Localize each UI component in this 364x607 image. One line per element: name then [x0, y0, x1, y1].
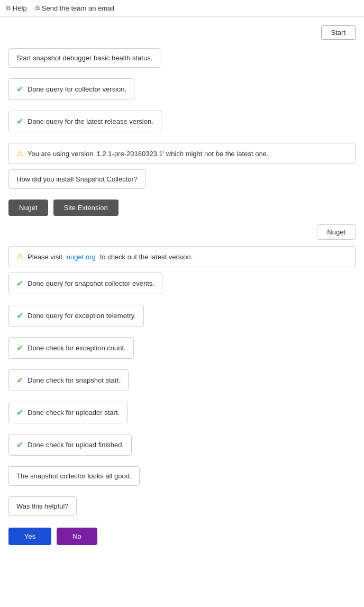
- all-good-box: The snapshot collector looks all good.: [8, 466, 140, 486]
- all-good-row: The snapshot collector looks all good.: [8, 466, 356, 491]
- exception-count-row: ✔ Done check for exception count.: [8, 337, 356, 364]
- snapshot-start-box: ✔ Done check for snapshot start.: [8, 369, 129, 391]
- exception-count-box: ✔ Done check for exception count.: [8, 337, 134, 359]
- warn-icon-version: ⚠: [16, 149, 23, 158]
- helpful-text: Was this helpful?: [16, 502, 69, 510]
- start-btn-container: Start: [8, 25, 356, 40]
- check-icon-exception-count: ✔: [16, 343, 23, 353]
- nuget-org-link[interactable]: nuget.org: [67, 253, 96, 261]
- help-link[interactable]: ⧉ Help: [6, 4, 27, 12]
- install-question-box: How did you install Snapshot Collector?: [8, 169, 145, 189]
- nuget-button[interactable]: Nuget: [8, 200, 48, 216]
- check-icon-uploader-start: ✔: [16, 407, 23, 418]
- check-icon-upload-finished: ✔: [16, 440, 23, 450]
- collector-version-row: ✔ Done query for collector version.: [8, 78, 356, 105]
- external-link-icon: ⧉: [6, 5, 11, 12]
- site-extension-button[interactable]: Site Extension: [53, 200, 119, 216]
- latest-release-row: ✔ Done query for the latest release vers…: [8, 111, 356, 138]
- start-message-row: Start snapshot debugger basic health sta…: [8, 48, 356, 73]
- exception-telemetry-text: Done query for exception telemetry.: [28, 312, 136, 320]
- exception-telemetry-row: ✔ Done query for exception telemetry.: [8, 305, 356, 332]
- uploader-start-box: ✔ Done check for uploader start.: [8, 402, 128, 423]
- main-content: Start Start snapshot debugger basic heal…: [0, 17, 364, 554]
- email-label: Send the team an email: [42, 4, 114, 12]
- exception-count-text: Done check for exception count.: [28, 344, 126, 352]
- start-button[interactable]: Start: [321, 25, 356, 40]
- exception-telemetry-box: ✔ Done query for exception telemetry.: [8, 305, 144, 327]
- start-text: Start snapshot debugger basic health sta…: [16, 54, 152, 62]
- nuget-visit-box: ⚠ Please visit nuget.org to check out th…: [8, 246, 356, 267]
- snapshot-events-box: ✔ Done query for snapshot collector even…: [8, 273, 162, 294]
- upload-finished-row: ✔ Done check for upload finished.: [8, 434, 356, 461]
- warn-icon-nuget: ⚠: [16, 252, 23, 261]
- latest-release-text: Done query for the latest release versio…: [28, 117, 153, 125]
- snapshot-start-row: ✔ Done check for snapshot start.: [8, 369, 356, 396]
- check-icon-latest: ✔: [16, 116, 23, 126]
- check-icon-snapshot-start: ✔: [16, 375, 23, 385]
- latest-release-box: ✔ Done query for the latest release vers…: [8, 111, 161, 132]
- top-bar: ⧉ Help ⧉ Send the team an email: [0, 0, 364, 17]
- helpful-row: Was this helpful?: [8, 496, 356, 521]
- nuget-reply-container: Nuget: [8, 224, 356, 240]
- version-warning-text: You are using version '1.2.1-pre-2018032…: [28, 150, 268, 158]
- yes-button[interactable]: Yes: [8, 528, 51, 545]
- nuget-reply-text: Nuget: [327, 228, 345, 236]
- nuget-visit-suffix: to check out the latest version.: [100, 253, 193, 261]
- upload-finished-box: ✔ Done check for upload finished.: [8, 434, 132, 456]
- external-link-icon-2: ⧉: [35, 5, 40, 12]
- version-warning-box: ⚠ You are using version '1.2.1-pre-20180…: [8, 143, 356, 164]
- upload-finished-text: Done check for upload finished.: [28, 441, 124, 449]
- snapshot-start-text: Done check for snapshot start.: [28, 376, 121, 384]
- uploader-start-text: Done check for uploader start.: [28, 409, 120, 416]
- collector-version-box: ✔ Done query for collector version.: [8, 78, 134, 100]
- install-question-row: How did you install Snapshot Collector?: [8, 169, 356, 194]
- check-icon-collector: ✔: [16, 84, 23, 94]
- snapshot-events-row: ✔ Done query for snapshot collector even…: [8, 273, 356, 300]
- helpful-box: Was this helpful?: [8, 496, 77, 516]
- nuget-visit-prefix: Please visit: [28, 253, 62, 261]
- start-message-box: Start snapshot debugger basic health sta…: [8, 48, 160, 68]
- install-question-text: How did you install Snapshot Collector?: [16, 175, 138, 183]
- nuget-visit-row: ⚠ Please visit nuget.org to check out th…: [8, 246, 356, 267]
- install-buttons-container: Nuget Site Extension: [8, 200, 356, 216]
- all-good-text: The snapshot collector looks all good.: [16, 472, 132, 480]
- check-icon-snapshot-events: ✔: [16, 278, 23, 288]
- uploader-start-row: ✔ Done check for uploader start.: [8, 402, 356, 429]
- version-warning-row: ⚠ You are using version '1.2.1-pre-20180…: [8, 143, 356, 164]
- collector-version-text: Done query for collector version.: [28, 85, 126, 93]
- email-link[interactable]: ⧉ Send the team an email: [35, 4, 114, 12]
- nuget-reply-box: Nuget: [317, 224, 356, 240]
- no-button[interactable]: No: [57, 528, 97, 545]
- snapshot-events-text: Done query for snapshot collector events…: [28, 279, 154, 287]
- help-label: Help: [13, 4, 27, 12]
- feedback-buttons-container: Yes No: [8, 528, 356, 545]
- check-icon-exception-telemetry: ✔: [16, 311, 23, 321]
